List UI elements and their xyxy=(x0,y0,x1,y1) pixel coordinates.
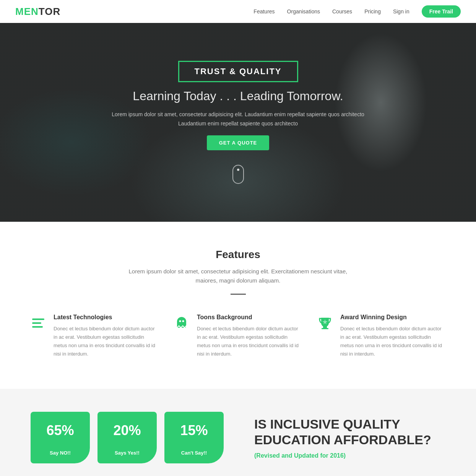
stat-label-3: Can't Say!! xyxy=(172,450,216,456)
stats-heading-line1: IS INCLUSIVE QUALITY xyxy=(254,417,400,431)
trophy-icon xyxy=(317,315,333,358)
free-trial-button[interactable]: Free Trail xyxy=(422,5,461,18)
svg-point-6 xyxy=(182,320,184,322)
stat-card-3: 15% Can't Say!! xyxy=(164,412,224,463)
feature-desc-2: Donec et lectus bibendum dolor dictum au… xyxy=(197,325,302,358)
feature-item-3: Award Winning Design Donec et lectus bib… xyxy=(317,314,445,358)
scroll-indicator xyxy=(232,165,244,184)
nav-courses-link[interactable]: Courses xyxy=(332,8,352,15)
logo-rest: TOR xyxy=(39,6,60,17)
stats-heading: IS INCLUSIVE QUALITY EDUCATION AFFORDABL… xyxy=(254,416,445,448)
navbar: MENTOR Features Organisations Courses Pr… xyxy=(0,0,476,23)
hero-description: Lorem ipsum dolor sit amet, consectetur … xyxy=(112,110,364,128)
features-grid: Latest Technologies Donec et lectus bibe… xyxy=(31,314,445,358)
stat-percent-1: 65% xyxy=(38,422,82,439)
nav-organisations-link[interactable]: Organisations xyxy=(287,8,320,15)
stats-cards: 65% Say NO!! 20% Says Yes!! 15% Can't Sa… xyxy=(31,412,224,463)
nav-links: Features Organisations Courses Pricing S… xyxy=(253,8,461,15)
logo-highlight: MEN xyxy=(15,6,39,17)
stat-label-1: Say NO!! xyxy=(38,450,82,456)
hero-section: TRUST & QUALITY Learning Today . . . Lea… xyxy=(0,23,476,222)
nav-pricing[interactable]: Pricing xyxy=(364,8,381,15)
stats-heading-line2: EDUCATION AFFORDABLE? xyxy=(254,432,431,447)
section-divider xyxy=(231,294,246,295)
svg-point-5 xyxy=(179,320,181,322)
feature-item-1: Latest Technologies Donec et lectus bibe… xyxy=(31,314,159,358)
feature-title-2: Toons Background xyxy=(197,314,302,321)
svg-rect-1 xyxy=(32,322,41,324)
svg-rect-0 xyxy=(32,318,44,320)
hero-desc-line1: Lorem ipsum dolor sit amet, consectetur … xyxy=(112,111,364,117)
stats-text: IS INCLUSIVE QUALITY EDUCATION AFFORDABL… xyxy=(239,416,445,459)
stat-card-2: 20% Says Yes!! xyxy=(97,412,157,463)
nav-courses[interactable]: Courses xyxy=(332,8,352,15)
nav-freetrial[interactable]: Free Trail xyxy=(422,8,461,15)
nav-pricing-link[interactable]: Pricing xyxy=(364,8,381,15)
stat-label-2: Says Yes!! xyxy=(105,450,149,456)
svg-rect-2 xyxy=(32,326,43,328)
features-subtitle: Lorem ipsum dolor sit amet, consectetur … xyxy=(123,267,353,285)
nav-signin-link[interactable]: Sign in xyxy=(393,8,409,15)
scroll-dot xyxy=(237,169,239,171)
feature-item-2: Toons Background Donec et lectus bibendu… xyxy=(174,314,302,358)
stats-updated: (Revised and Updated for 2016) xyxy=(254,452,445,459)
hero-desc-line2: Laudantium enim repellat sapiente quos a… xyxy=(178,120,298,127)
feature-text-2: Toons Background Donec et lectus bibendu… xyxy=(197,314,302,358)
css3-icon xyxy=(31,315,46,358)
stat-percent-3: 15% xyxy=(172,422,216,439)
stat-percent-2: 20% xyxy=(105,422,149,439)
logo: MENTOR xyxy=(15,6,60,18)
hero-badge: TRUST & QUALITY xyxy=(178,61,298,82)
feature-desc-1: Donec et lectus bibendum dolor dictum au… xyxy=(54,325,159,358)
feature-text-1: Latest Technologies Donec et lectus bibe… xyxy=(54,314,159,358)
features-title: Features xyxy=(31,249,445,261)
ghost-icon xyxy=(174,315,189,358)
nav-features[interactable]: Features xyxy=(253,8,275,15)
feature-title-3: Award Winning Design xyxy=(340,314,445,321)
hero-content: TRUST & QUALITY Learning Today . . . Lea… xyxy=(112,61,364,184)
nav-organisations[interactable]: Organisations xyxy=(287,8,320,15)
feature-title-1: Latest Technologies xyxy=(54,314,159,321)
nav-signin[interactable]: Sign in xyxy=(393,8,409,15)
feature-desc-3: Donec et lectus bibendum dolor dictum au… xyxy=(340,325,445,358)
hero-tagline: Learning Today . . . Leading Tomorrow. xyxy=(133,89,343,103)
feature-text-3: Award Winning Design Donec et lectus bib… xyxy=(340,314,445,358)
nav-features-link[interactable]: Features xyxy=(253,8,275,15)
stat-card-1: 65% Say NO!! xyxy=(31,412,90,463)
get-quote-button[interactable]: GET A QUOTE xyxy=(207,135,270,150)
stats-section: 65% Say NO!! 20% Says Yes!! 15% Can't Sa… xyxy=(0,389,476,476)
svg-rect-8 xyxy=(322,328,328,329)
features-section: Features Lorem ipsum dolor sit amet, con… xyxy=(0,222,476,389)
